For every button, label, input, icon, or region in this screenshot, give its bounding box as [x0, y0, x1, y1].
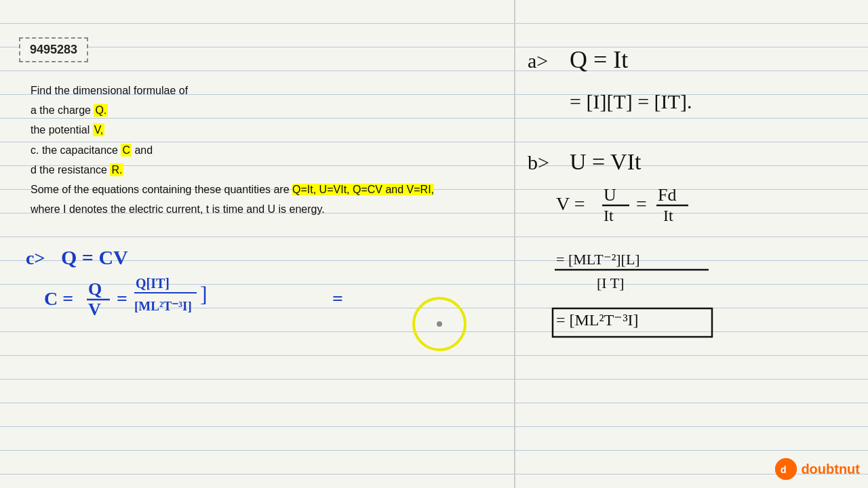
doubtnut-logo: d doubtnut: [775, 458, 860, 480]
highlight-Q: Q.: [94, 104, 108, 117]
svg-text:=: =: [636, 193, 647, 214]
part-b: the potential V,: [31, 121, 498, 139]
svg-text:U = VIt: U = VIt: [570, 149, 642, 174]
svg-text:U: U: [604, 185, 616, 205]
part-c: c. the capacitance C and: [31, 141, 498, 159]
question-id: 9495283: [30, 43, 77, 56]
svg-text:V: V: [88, 300, 101, 319]
svg-text:It: It: [663, 207, 673, 224]
svg-text:a>: a>: [528, 49, 548, 72]
question-id-box: 9495283: [19, 37, 88, 62]
svg-text:d: d: [781, 464, 787, 475]
doubtnut-icon: d: [775, 458, 797, 480]
svg-text:C =: C =: [44, 288, 73, 309]
question-title: Find the dimensional formulae of: [31, 81, 498, 100]
svg-text:= [I][T] = [IT].: = [I][T] = [IT].: [570, 90, 692, 113]
svg-text:= [ML²T⁻³I]: = [ML²T⁻³I]: [556, 311, 639, 329]
svg-text:b>: b>: [528, 151, 549, 174]
svg-text:=: =: [332, 288, 343, 309]
svg-text:Q: Q: [88, 279, 102, 299]
right-panel: a> Q = It = [I][T] = [IT]. b> U = VIt V …: [515, 0, 868, 488]
doubtnut-brand-text: doubtnut: [801, 462, 860, 477]
svg-text:]: ]: [200, 282, 208, 306]
part-a: a the charge Q.: [31, 101, 498, 119]
svg-point-12: [414, 298, 465, 350]
highlight-C: C: [121, 144, 132, 157]
svg-text:=: =: [117, 288, 127, 309]
main-container: 9495283 Find the dimensional formulae of…: [0, 0, 868, 488]
highlight-R: R.: [110, 163, 123, 176]
svg-rect-31: [553, 308, 712, 337]
question-text: Find the dimensional formulae of a the c…: [31, 81, 498, 220]
svg-text:Fd: Fd: [658, 185, 676, 205]
svg-text:Q = It: Q = It: [570, 46, 628, 73]
highlight-V: V,: [93, 123, 105, 136]
svg-text:Q[IT]: Q[IT]: [136, 276, 170, 291]
svg-text:V =: V =: [556, 193, 585, 214]
highlighted-equations: Q=It, U=VIt, Q=CV and V=RI,: [292, 184, 434, 195]
svg-text:It: It: [604, 207, 614, 224]
equations-line: Some of the equations containing these q…: [31, 180, 498, 199]
right-math-svg: a> Q = It = [I][T] = [IT]. b> U = VIt V …: [515, 0, 868, 488]
left-panel: 9495283 Find the dimensional formulae of…: [0, 0, 515, 488]
part-d: d the resistance R.: [31, 161, 498, 179]
where-clause: where I denotes the electric current, t …: [31, 200, 498, 218]
svg-text:[ML²T⁻³I]: [ML²T⁻³I]: [134, 299, 192, 313]
svg-text:c>: c>: [26, 247, 45, 268]
svg-text:= [MLT⁻²][L]: = [MLT⁻²][L]: [556, 251, 640, 268]
svg-text:Q = CV: Q = CV: [61, 246, 128, 268]
left-math-svg: c> Q = CV C = Q V = Q[IT] [ML²T⁻³I] ] =: [0, 0, 515, 488]
svg-text:[I T]: [I T]: [597, 274, 625, 291]
svg-point-13: [437, 321, 442, 327]
